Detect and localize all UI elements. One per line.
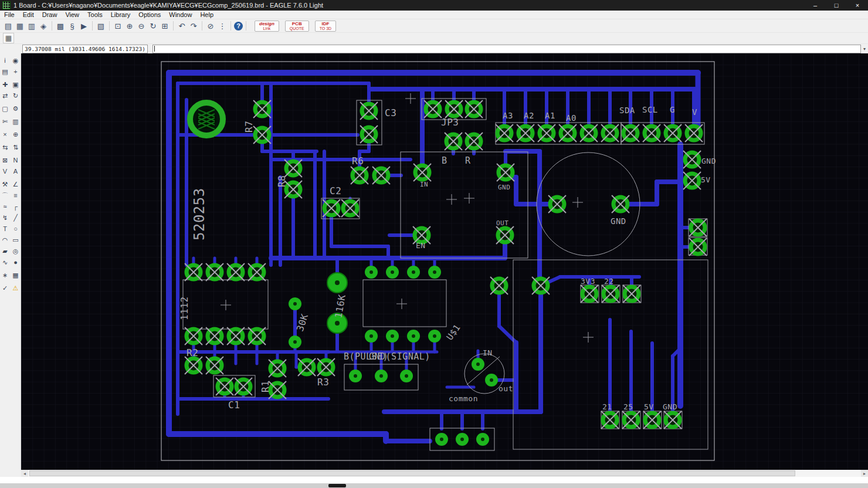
tool-signal[interactable]: ∿ xyxy=(0,257,10,267)
smd-pad-center xyxy=(379,374,383,378)
save-button[interactable]: ▦ xyxy=(15,21,25,31)
script-icon: § xyxy=(70,22,74,30)
script-button[interactable]: § xyxy=(67,21,77,31)
menu-item-edit[interactable]: Edit xyxy=(19,11,38,19)
minimize-button[interactable]: – xyxy=(805,0,826,11)
stop-button[interactable]: ⊘ xyxy=(205,21,216,31)
display-layers-button[interactable]: ▧ xyxy=(96,21,106,31)
zoom-fit-button[interactable]: ⊡ xyxy=(113,21,123,31)
silkscreen-label: A2 xyxy=(524,111,534,120)
zoom-select-button[interactable]: ⊞ xyxy=(160,21,170,31)
tool-attribute[interactable]: A xyxy=(11,166,21,177)
go-button[interactable]: ⋮ xyxy=(217,21,228,31)
redraw-button[interactable]: ↻ xyxy=(148,21,158,31)
tool-text[interactable]: T xyxy=(0,223,10,234)
toolbar-separator xyxy=(109,21,110,30)
help-button[interactable]: ? xyxy=(234,22,243,30)
tool-errors[interactable]: ⚠ xyxy=(11,283,21,293)
tool-via[interactable]: ◎ xyxy=(11,246,21,256)
tool-mirror[interactable]: ⇄ xyxy=(0,90,10,101)
tool-circle[interactable]: ○ xyxy=(11,223,21,234)
smd-pad-center xyxy=(354,374,357,378)
pcb-quote-button[interactable]: PCBQUOTE xyxy=(285,21,309,32)
scroll-left-button[interactable]: ◂ xyxy=(21,470,28,477)
tool-group[interactable]: ▢ xyxy=(0,103,10,114)
command-history-dropdown[interactable]: ▾ xyxy=(861,45,868,53)
run-ulp-button[interactable]: ▶ xyxy=(79,21,89,31)
grid-button[interactable]: ▦ xyxy=(3,33,14,43)
menu-item-file[interactable]: File xyxy=(0,11,19,19)
print-button[interactable]: ▥ xyxy=(26,21,37,31)
tool-replace[interactable]: ⇅ xyxy=(11,142,21,152)
tool-smash[interactable]: ⚒ xyxy=(0,179,10,189)
tool-pinswap[interactable]: ⇆ xyxy=(0,142,10,152)
tool-split[interactable]: ⌒ xyxy=(0,190,10,201)
tool-ripup[interactable]: ↯ xyxy=(0,212,10,223)
close-button[interactable]: × xyxy=(847,0,868,11)
text-icon: T xyxy=(3,225,7,232)
tool-optimize[interactable]: ≡ xyxy=(11,190,21,201)
tool-wire[interactable]: ╱ xyxy=(11,212,21,223)
menu-item-help[interactable]: Help xyxy=(196,11,218,19)
tool-rect[interactable]: ▭ xyxy=(11,235,21,245)
open-button[interactable]: ▤ xyxy=(3,21,13,31)
tool-drc[interactable]: ✓ xyxy=(0,283,10,293)
scroll-right-button[interactable]: ▸ xyxy=(861,470,868,477)
tool-ratsnest[interactable]: ∗ xyxy=(0,270,10,280)
cam-processor-button[interactable]: ◈ xyxy=(38,21,49,31)
tool-polygon[interactable]: ▰ xyxy=(0,246,10,256)
tool-move[interactable]: ✚ xyxy=(0,79,10,90)
tool-delete[interactable]: × xyxy=(0,129,10,140)
taskbar-item[interactable] xyxy=(328,484,346,487)
auto-icon: ▦ xyxy=(12,272,18,279)
silkscreen-label: 22 xyxy=(604,277,614,286)
tool-miter[interactable]: ∠ xyxy=(11,179,21,189)
zoom-out-button[interactable]: ⊖ xyxy=(136,21,147,31)
menu-item-window[interactable]: Window xyxy=(165,11,196,19)
menu-item-draw[interactable]: Draw xyxy=(38,11,62,19)
tool-meander[interactable]: ≈ xyxy=(0,201,10,212)
zoom-in-icon: ⊕ xyxy=(127,22,133,30)
polygon-icon: ▰ xyxy=(2,248,7,255)
redo-button[interactable]: ↷ xyxy=(188,21,199,31)
tool-copy[interactable]: ▣ xyxy=(11,79,21,90)
tool-show[interactable]: ◉ xyxy=(11,55,21,66)
tool-display[interactable]: ▤ xyxy=(0,66,10,77)
scrollbar-thumb[interactable] xyxy=(29,470,795,476)
tool-rotate[interactable]: ↻ xyxy=(11,90,21,101)
smd-pad-center xyxy=(433,334,436,338)
tool-lock[interactable]: ⊠ xyxy=(0,155,10,165)
idf-to-3d-button[interactable]: IDFTO 3D xyxy=(315,21,337,32)
tool-info[interactable]: i xyxy=(0,55,10,66)
tool-route[interactable]: ┌ xyxy=(11,201,21,212)
tool-mark[interactable]: + xyxy=(11,66,21,77)
tool-add[interactable]: ⊕ xyxy=(11,129,21,140)
menu-item-library[interactable]: Library xyxy=(107,11,135,19)
use-library-button[interactable]: ▩ xyxy=(55,21,66,31)
coordinate-display: 39.37008 mil (3031.49606 1614.17323) xyxy=(22,45,148,53)
tool-arc[interactable]: ◠ xyxy=(0,235,10,245)
menu-bar: FileEditDrawViewToolsLibraryOptionsWindo… xyxy=(0,11,868,19)
maximize-button[interactable]: □ xyxy=(826,0,847,11)
display-layers-icon: ▧ xyxy=(97,22,104,30)
tool-hole[interactable]: ● xyxy=(11,257,21,267)
tool-cut[interactable]: ✄ xyxy=(0,116,10,127)
menu-item-view[interactable]: View xyxy=(61,11,83,19)
large-pad-drill xyxy=(335,321,340,326)
menu-item-options[interactable]: Options xyxy=(134,11,165,19)
scrollbar-track[interactable] xyxy=(28,470,861,477)
tool-name[interactable]: N xyxy=(11,155,21,165)
undo-button[interactable]: ↶ xyxy=(177,21,187,31)
smd-pad-center xyxy=(369,270,373,274)
silkscreen-label: 5V xyxy=(644,402,654,411)
tool-auto[interactable]: ▦ xyxy=(11,270,21,280)
zoom-in-button[interactable]: ⊕ xyxy=(124,21,135,31)
command-input[interactable] xyxy=(152,45,861,53)
tool-paste[interactable]: ▥ xyxy=(11,116,21,127)
menu-item-tools[interactable]: Tools xyxy=(83,11,107,19)
tool-change[interactable]: ⚙ xyxy=(11,103,21,114)
copy-icon: ▣ xyxy=(12,81,18,89)
board-canvas[interactable]: 520253R7C3JP3A3A2A1A0SDASCLGVGND5VR6R8C2… xyxy=(21,53,868,470)
tool-value[interactable]: V xyxy=(0,166,10,177)
design-link-button[interactable]: designLink xyxy=(255,21,279,32)
